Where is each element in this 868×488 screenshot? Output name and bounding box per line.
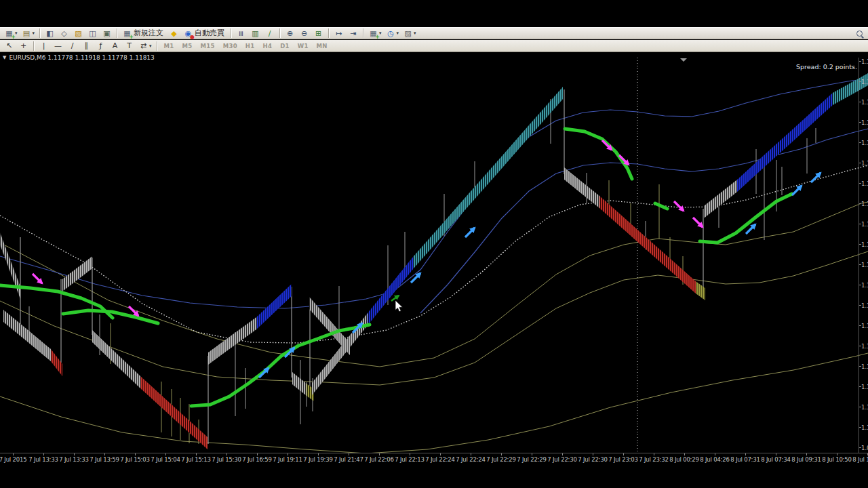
indicators-button[interactable]: ▦+▾ (367, 28, 383, 39)
profiles-button-icon: ▤ (22, 28, 32, 39)
trendline-tool[interactable]: / (66, 41, 79, 52)
time-tick (593, 453, 593, 455)
text-tool-icon: A (110, 41, 120, 51)
letterbox-bottom (0, 466, 868, 488)
time-label: 8 Jul 09:31 (791, 456, 821, 463)
price-label: 1.101 (861, 404, 868, 411)
strategy-tester-button-icon: ▣ (102, 28, 112, 39)
data-window-button[interactable]: ◇ (58, 28, 71, 39)
chart-title: ▼ EURUSD,M6 1.11778 1.11918 1.11778 1.11… (3, 54, 155, 61)
price-label: 1.108 (861, 262, 868, 268)
navigator-button[interactable]: ▧ (72, 28, 85, 39)
price-label: 1.103 (861, 363, 868, 370)
price-label: 1.111 (861, 201, 868, 207)
chart-expand-icon[interactable]: ▼ (3, 55, 6, 60)
price-ribbon-gray (92, 330, 140, 388)
tile-windows-button[interactable]: ⊞ (312, 28, 325, 39)
channel-tool[interactable]: ∥ (80, 41, 93, 52)
search-button[interactable] (854, 28, 865, 39)
vertical-line-tool[interactable]: | (37, 41, 50, 52)
zoom-out-button[interactable]: ⊖ (298, 28, 311, 39)
time-tick (440, 453, 441, 455)
time-tick (745, 453, 746, 455)
time-tick (806, 453, 807, 455)
buy-signal-arrow-icon (811, 173, 821, 182)
templates-button[interactable]: ▨▾ (401, 28, 418, 39)
timeframe-button-mn[interactable]: MN (313, 41, 332, 52)
time-tick (288, 453, 288, 455)
timeframe-button-h4[interactable]: H4 (259, 41, 277, 52)
data-window-button-icon: ◇ (59, 28, 69, 39)
chart-canvas[interactable] (0, 58, 868, 453)
timeframe-button-m1[interactable]: M1 (160, 41, 178, 52)
search-button-icon (856, 30, 863, 37)
drawing-toolbar: ↖+|—/∥ƒAT⇄▾M1M5M15M30H1H4D1W1MN (0, 40, 868, 52)
bar-chart-button[interactable]: ≡ (235, 28, 248, 39)
strategy-tester-button[interactable]: ▣ (100, 28, 113, 39)
time-label: 7 Jul 19:11 (273, 456, 302, 463)
price-ribbon-gray (704, 180, 737, 218)
fibonacci-tool[interactable]: ƒ (94, 41, 107, 52)
sell-signal-arrow-icon (693, 218, 703, 227)
chart-window: ▼ EURUSD,M6 1.11778 1.11918 1.11778 1.11… (0, 52, 868, 467)
price-ribbon-gray (62, 256, 92, 291)
new-order-button-badge-icon: + (129, 35, 134, 40)
time-tick (562, 453, 563, 455)
timeframes-button[interactable]: ◷▾ (384, 28, 401, 39)
new-order-button[interactable]: ▦+新規注文 (121, 28, 166, 39)
time-tick (654, 453, 654, 455)
terminal-button[interactable]: ◫ (86, 28, 99, 39)
time-tick (684, 453, 685, 455)
price-label: 1.116 (861, 99, 868, 106)
label-tool-icon: T (124, 41, 134, 51)
sell-signal-arrow-icon (674, 201, 684, 211)
arrows-tool[interactable]: ⇄▾ (137, 41, 153, 52)
zoom-out-button-icon: ⊖ (299, 28, 309, 39)
crosshair-tool[interactable]: + (17, 41, 30, 52)
chart-shift-button[interactable]: ⇥ (347, 28, 359, 39)
zoom-in-button-icon: ⊕ (285, 28, 295, 39)
auto-scroll-button[interactable]: ↦ (332, 28, 345, 39)
chart-shift-marker-icon (680, 58, 687, 62)
autotrading-button[interactable]: ◉●自動売買 (182, 28, 227, 39)
time-tick (135, 453, 136, 455)
time-label: 7 Jul 19:39 (303, 456, 332, 463)
timeframe-button-w1[interactable]: W1 (294, 41, 313, 52)
time-tick (715, 453, 715, 455)
time-label: 7 Jul 15:04 (151, 456, 180, 463)
timeframe-button-m15[interactable]: M15 (196, 41, 218, 52)
cursor-tool[interactable]: ↖ (3, 41, 16, 52)
band-lower-blue-line (420, 129, 868, 313)
time-label: 7 Jul 13:33 (28, 456, 58, 463)
text-tool[interactable]: A (108, 41, 121, 52)
zoom-in-button[interactable]: ⊕ (283, 28, 296, 39)
envelope-upper-olive-line (0, 202, 868, 367)
new-chart-button[interactable]: ▦+▾ (3, 28, 19, 39)
price-label: 1.110 (861, 221, 868, 228)
profiles-button[interactable]: ▤▾ (20, 28, 37, 39)
signal-ma-green-line (0, 285, 113, 318)
price-axis[interactable]: 1.1181.1171.1161.1151.1141.1131.1121.111… (859, 58, 868, 453)
vertical-line-tool-icon: | (39, 41, 49, 51)
time-label: 7 Jul 15:03 (120, 456, 149, 463)
market-watch-button[interactable]: ◧ (43, 28, 56, 39)
timeframe-button-d1[interactable]: D1 (276, 41, 294, 52)
price-label: 1.118 (861, 58, 868, 65)
time-tick (318, 453, 319, 455)
price-ribbon-gray (564, 167, 599, 208)
label-tool[interactable]: T (123, 41, 136, 52)
timeframe-button-m30[interactable]: M30 (219, 41, 241, 52)
templates-button-dropdown-icon: ▾ (414, 28, 416, 39)
candlestick-chart-button[interactable]: ▥ (249, 28, 262, 39)
time-label: 7 Jul 13:59 (90, 456, 119, 463)
envelope-lower-line (0, 251, 868, 385)
timeframe-button-h1[interactable]: H1 (241, 41, 259, 52)
metaeditor-button[interactable]: ◆ (167, 28, 180, 39)
time-label: 7 Jul 23:32 (639, 456, 668, 463)
bar-chart-button-icon: ≡ (236, 28, 246, 39)
line-chart-button[interactable]: / (263, 28, 276, 39)
timeframe-button-m5[interactable]: M5 (178, 41, 197, 52)
time-axis[interactable]: 7 Jul 20157 Jul 13:337 Jul 13:337 Jul 13… (0, 453, 868, 464)
price-label: 1.117 (861, 79, 868, 85)
horizontal-line-tool[interactable]: — (52, 41, 64, 52)
